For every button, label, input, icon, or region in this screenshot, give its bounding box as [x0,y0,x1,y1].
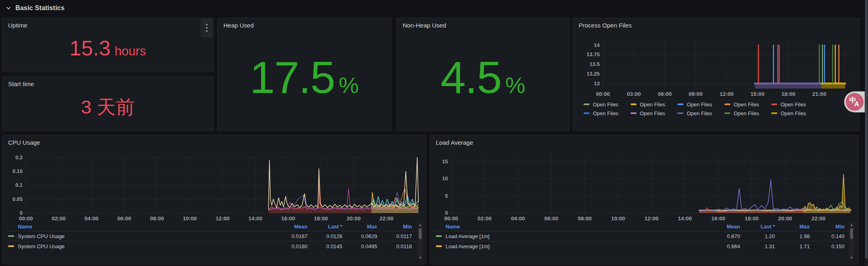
svg-text:14:00: 14:00 [678,215,692,222]
svg-text:00:00: 00:00 [19,215,33,222]
svg-text:13.75: 13.75 [586,51,600,57]
scroll-up-icon[interactable]: ▲ [849,223,854,227]
heap-used-value: 17.5 [250,55,335,100]
dashboard: Basic Statistics Uptime 15.3 hours Start… [0,0,868,266]
table-row: System CPU Usage 0.0167 0.0126 0.0629 0.… [6,231,422,241]
page-scroll-thumb[interactable] [865,0,868,259]
legend-header-min[interactable]: Min [810,224,845,230]
panel-heap-used: Heap Used 17.5 % [217,18,391,131]
scroll-thumb[interactable] [850,228,853,239]
svg-text:15: 15 [442,158,448,165]
legend-header-last[interactable]: Last * [740,224,775,230]
svg-text:16:00: 16:00 [281,215,295,222]
legend-item[interactable]: Open Files [677,100,724,109]
svg-text:08:00: 08:00 [578,215,592,222]
legend-scrollbar[interactable]: ▲ ▼ [849,223,854,260]
legend-scrollbar[interactable]: ▲ ▼ [418,223,423,260]
nonheap-used-unit: % [505,74,525,97]
legend-header-name[interactable]: Name [18,224,273,230]
svg-text:13: 13 [594,80,600,87]
scroll-down-icon[interactable]: ▼ [849,256,854,260]
series-name[interactable]: Load Average [1m] [446,233,705,239]
svg-text:09:00: 09:00 [689,91,703,97]
series-swatch [436,245,442,247]
svg-text:14: 14 [594,42,600,48]
svg-text:02:00: 02:00 [478,215,492,222]
legend-item[interactable]: Open Files [724,109,771,118]
svg-text:15:00: 15:00 [751,91,765,97]
svg-text:13.25: 13.25 [586,71,600,77]
panel-open-files: Process Open Files 1313.2513.513.751400:… [573,18,860,131]
svg-text:03:00: 03:00 [627,91,641,97]
translate-icon[interactable]: 中 A [846,93,864,111]
start-time-value: 3 天前 [81,97,135,116]
panel-start-time: Start time 3 天前 [2,76,214,131]
legend-header-last[interactable]: Last * [308,224,342,230]
section-row-basic-statistics[interactable]: Basic Statistics [6,2,64,15]
open-files-legend: Open Files Open Files Open Files Open Fi… [584,100,826,118]
panel-uptime: Uptime 15.3 hours [2,18,214,72]
svg-text:08:00: 08:00 [150,215,164,222]
open-files-chart[interactable]: 1313.2513.513.751400:0003:0006:0009:0012… [577,38,856,98]
table-row: System CPU Usage 0.0180 0.0145 0.0495 0.… [6,241,422,251]
legend-header-mean[interactable]: Mean [273,224,308,230]
load-average-chart[interactable]: 05101500:0002:0004:0006:0008:0010:0012:0… [433,152,856,223]
svg-text:0: 0 [20,210,23,216]
series-swatch [771,103,777,105]
svg-text:20:00: 20:00 [778,215,792,222]
table-row: Load Average [1m] 0.664 1.31 1.71 0.150 [433,241,855,251]
scroll-thumb[interactable] [419,228,422,239]
legend-item[interactable]: Open Files [677,109,724,118]
svg-text:00:00: 00:00 [596,91,610,97]
series-swatch [8,245,14,247]
scroll-up-icon[interactable]: ▲ [418,223,423,227]
svg-text:04:00: 04:00 [85,215,99,222]
svg-text:0.05: 0.05 [13,196,23,202]
legend-header-min[interactable]: Min [377,224,412,230]
legend-item[interactable]: Open Files [630,109,677,118]
svg-text:18:00: 18:00 [781,91,796,97]
svg-text:16:00: 16:00 [711,215,726,222]
ime-language-badge[interactable]: 中 A [844,91,865,112]
svg-text:12:00: 12:00 [719,91,734,97]
uptime-unit: hours [115,45,146,57]
series-swatch [724,112,730,114]
svg-text:10:00: 10:00 [611,215,625,222]
legend-header-name[interactable]: Name [446,224,705,230]
series-swatch [8,235,14,237]
svg-text:04:00: 04:00 [511,215,525,222]
scroll-down-icon[interactable]: ▼ [418,256,423,260]
series-name[interactable]: System CPU Usage [18,243,273,249]
series-name[interactable]: System CPU Usage [18,233,273,239]
svg-text:00:00: 00:00 [444,215,458,222]
legend-item[interactable]: Open Files [630,100,677,109]
svg-text:10:00: 10:00 [183,215,197,222]
panel-load-average: Load Average 05101500:0002:0004:0006:000… [430,135,859,264]
legend-item[interactable]: Open Files [771,109,818,118]
panel-open-files-title[interactable]: Process Open Files [579,22,632,29]
series-swatch [584,112,590,114]
cpu-usage-chart[interactable]: 00.050.10.150.200:0002:0004:0006:0008:00… [6,152,423,223]
legend-item[interactable]: Open Files [584,109,630,118]
legend-item[interactable]: Open Files [584,100,630,109]
legend-item[interactable]: Open Files [771,100,818,109]
page-scrollbar[interactable] [865,0,868,266]
svg-text:0.15: 0.15 [13,168,23,174]
svg-text:12:00: 12:00 [216,215,230,222]
chevron-down-icon[interactable] [6,5,11,11]
legend-header-max[interactable]: Max [342,224,377,230]
legend-header-mean[interactable]: Mean [705,224,740,230]
table-row: Load Average [1m] 0.670 1.20 1.98 0.140 [433,231,855,241]
panel-cpu-usage-title[interactable]: CPU Usage [8,139,40,146]
panel-load-average-title[interactable]: Load Average [436,139,473,146]
svg-text:06:00: 06:00 [117,215,132,222]
nonheap-used-value: 4.5 [441,55,501,100]
legend-header-max[interactable]: Max [775,224,810,230]
svg-text:0: 0 [445,210,448,216]
svg-text:18:00: 18:00 [745,215,759,222]
svg-text:22:00: 22:00 [380,215,394,222]
legend-item[interactable]: Open Files [724,100,771,109]
series-swatch [677,103,683,105]
svg-text:13.5: 13.5 [590,61,600,67]
series-name[interactable]: Load Average [1m] [446,243,705,249]
